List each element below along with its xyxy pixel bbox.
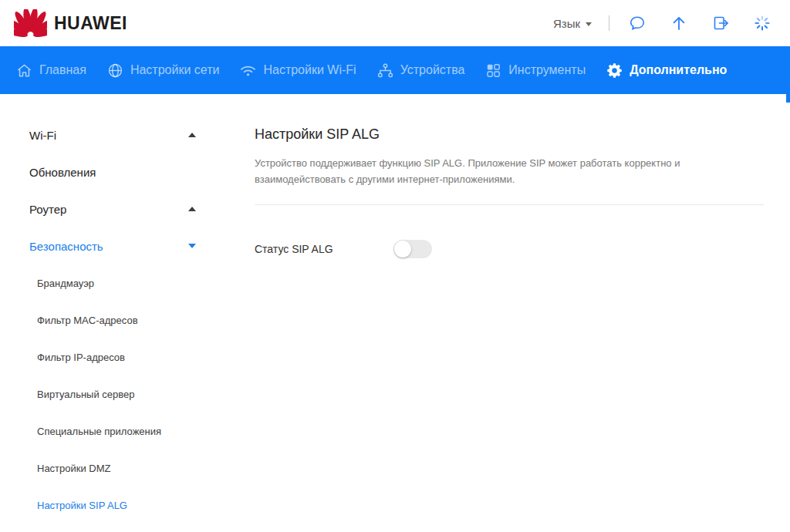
chevron-down-icon <box>188 244 196 248</box>
globe-icon <box>106 62 124 79</box>
sidebar-group-label: Роутер <box>29 203 66 216</box>
nav-item-network-settings[interactable]: Настройки сети <box>106 62 220 79</box>
gear-icon <box>606 62 623 79</box>
sip-alg-toggle[interactable] <box>393 240 432 258</box>
language-label: Язык <box>553 17 580 30</box>
chevron-down-icon <box>586 22 592 26</box>
devices-topology-icon <box>376 62 394 79</box>
sidebar-item-label: Фильтр IP-адресов <box>37 352 125 363</box>
sidebar-item-sip-alg[interactable]: Настройки SIP ALG <box>0 487 231 524</box>
sip-alg-status-row: Статус SIP ALG <box>255 240 764 258</box>
sidebar-group-security[interactable]: Безопасность <box>0 227 231 264</box>
main-navbar: Главная Настройки сети Настройки Wi-Fi У… <box>0 46 790 94</box>
nav-item-devices[interactable]: Устройства <box>376 62 465 79</box>
nav-item-home[interactable]: Главная <box>15 62 86 79</box>
header-controls: Язык <box>553 14 778 32</box>
page-title: Настройки SIP ALG <box>255 126 764 143</box>
chevron-up-icon <box>188 207 196 211</box>
huawei-flower-icon <box>14 9 47 37</box>
sidebar-group-label: Обновления <box>29 166 96 179</box>
chevron-up-icon <box>188 133 196 137</box>
nav-item-label: Настройки сети <box>130 63 220 77</box>
nav-item-tools[interactable]: Инструменты <box>484 62 586 79</box>
logout-icon[interactable] <box>711 14 730 32</box>
sidebar-item-ip-filter[interactable]: Фильтр IP-адресов <box>0 338 231 375</box>
brand-wordmark: HUAWEI <box>54 13 127 34</box>
sidebar-item-label: Настройки SIP ALG <box>37 500 127 511</box>
toggle-label: Статус SIP ALG <box>255 243 393 255</box>
upload-arrow-icon[interactable] <box>670 14 688 32</box>
nav-item-advanced[interactable]: Дополнительно <box>606 62 727 79</box>
sidebar-group-router[interactable]: Роутер <box>0 190 231 227</box>
header-divider <box>609 15 609 31</box>
main-content: Настройки SIP ALG Устройство поддерживае… <box>255 94 764 524</box>
sidebar-item-label: Фильтр MAC-адресов <box>37 315 138 326</box>
nav-item-label: Инструменты <box>508 63 586 77</box>
wifi-icon <box>239 62 257 79</box>
tools-grid-icon <box>484 62 502 79</box>
nav-item-label: Настройки Wi-Fi <box>263 63 356 77</box>
spinner-icon[interactable] <box>753 14 771 32</box>
home-icon <box>15 62 33 79</box>
nav-item-label: Главная <box>39 63 86 77</box>
scrollbar-top-sliver <box>786 94 790 103</box>
huawei-logo: HUAWEI <box>14 9 127 37</box>
sidebar-group-wifi[interactable]: Wi-Fi <box>0 116 231 153</box>
sidebar-item-virtual-server[interactable]: Виртуальный сервер <box>0 375 231 412</box>
sidebar-item-label: Настройки DMZ <box>37 463 111 474</box>
app-header: HUAWEI Язык <box>0 0 790 46</box>
sidebar-item-mac-filter[interactable]: Фильтр MAC-адресов <box>0 301 231 338</box>
toggle-knob <box>394 241 411 258</box>
sidebar-item-firewall[interactable]: Брандмауэр <box>0 264 231 301</box>
sidebar-group-label: Безопасность <box>29 240 103 253</box>
nav-item-label: Устройства <box>400 63 465 77</box>
page-body: Wi-Fi Обновления Роутер Безопасность Бра… <box>0 94 790 524</box>
sidebar-group-label: Wi-Fi <box>29 129 56 142</box>
section-divider <box>255 204 764 205</box>
language-selector[interactable]: Язык <box>553 17 592 30</box>
settings-sidebar: Wi-Fi Обновления Роутер Безопасность Бра… <box>0 94 231 524</box>
sidebar-item-dmz[interactable]: Настройки DMZ <box>0 450 231 487</box>
nav-item-label: Дополнительно <box>630 63 727 77</box>
sidebar-item-special-apps[interactable]: Специальные приложения <box>0 412 231 450</box>
sidebar-item-label: Виртуальный сервер <box>37 389 135 400</box>
page-description: Устройство поддерживает функцию SIP ALG.… <box>255 155 721 187</box>
chat-icon[interactable] <box>628 14 647 32</box>
nav-item-wifi-settings[interactable]: Настройки Wi-Fi <box>239 62 356 79</box>
sidebar-item-label: Специальные приложения <box>37 426 161 437</box>
sidebar-item-label: Брандмауэр <box>37 278 94 289</box>
sidebar-group-updates[interactable]: Обновления <box>0 153 231 190</box>
